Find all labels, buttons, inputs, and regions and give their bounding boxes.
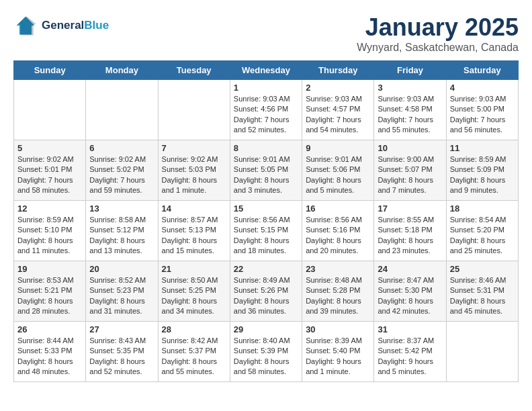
day-number: 10 <box>378 143 442 153</box>
day-cell: 26Sunrise: 8:44 AM Sunset: 5:33 PM Dayli… <box>14 322 86 382</box>
day-cell: 2Sunrise: 9:03 AM Sunset: 4:57 PM Daylig… <box>302 80 374 140</box>
day-number: 7 <box>162 143 226 153</box>
day-info: Sunrise: 9:03 AM Sunset: 4:56 PM Dayligh… <box>234 94 298 136</box>
day-cell: 13Sunrise: 8:58 AM Sunset: 5:12 PM Dayli… <box>86 201 158 261</box>
day-cell: 23Sunrise: 8:48 AM Sunset: 5:28 PM Dayli… <box>302 261 374 322</box>
day-info: Sunrise: 8:55 AM Sunset: 5:18 PM Dayligh… <box>378 215 442 257</box>
header-cell-wednesday: Wednesday <box>230 61 302 80</box>
day-info: Sunrise: 8:43 AM Sunset: 5:35 PM Dayligh… <box>89 336 154 377</box>
day-info: Sunrise: 8:44 AM Sunset: 5:33 PM Dayligh… <box>17 336 82 377</box>
day-cell <box>158 80 230 140</box>
day-number: 16 <box>306 203 370 214</box>
day-number: 25 <box>450 264 515 274</box>
day-info: Sunrise: 9:02 AM Sunset: 5:01 PM Dayligh… <box>17 154 82 196</box>
header-cell-saturday: Saturday <box>446 61 518 80</box>
day-number: 13 <box>89 203 154 214</box>
day-cell: 15Sunrise: 8:56 AM Sunset: 5:15 PM Dayli… <box>230 201 302 261</box>
day-info: Sunrise: 8:48 AM Sunset: 5:28 PM Dayligh… <box>306 275 370 317</box>
day-number: 24 <box>378 264 442 274</box>
day-info: Sunrise: 8:39 AM Sunset: 5:40 PM Dayligh… <box>306 336 370 377</box>
day-cell: 19Sunrise: 8:53 AM Sunset: 5:21 PM Dayli… <box>14 261 86 322</box>
header-cell-friday: Friday <box>374 61 446 80</box>
day-cell: 24Sunrise: 8:47 AM Sunset: 5:30 PM Dayli… <box>374 261 446 322</box>
day-number: 23 <box>306 264 370 274</box>
day-number: 31 <box>378 324 442 334</box>
day-info: Sunrise: 8:54 AM Sunset: 5:20 PM Dayligh… <box>450 215 515 257</box>
day-cell: 20Sunrise: 8:52 AM Sunset: 5:23 PM Dayli… <box>86 261 158 322</box>
day-info: Sunrise: 8:46 AM Sunset: 5:31 PM Dayligh… <box>450 275 515 317</box>
day-number: 21 <box>162 264 226 274</box>
day-cell: 18Sunrise: 8:54 AM Sunset: 5:20 PM Dayli… <box>446 201 518 261</box>
day-number: 30 <box>306 324 370 334</box>
header-cell-sunday: Sunday <box>14 61 86 80</box>
day-number: 17 <box>378 203 442 214</box>
header-cell-tuesday: Tuesday <box>158 61 230 80</box>
day-cell: 1Sunrise: 9:03 AM Sunset: 4:56 PM Daylig… <box>230 80 302 140</box>
week-row-4: 19Sunrise: 8:53 AM Sunset: 5:21 PM Dayli… <box>14 261 519 322</box>
day-cell: 11Sunrise: 8:59 AM Sunset: 5:09 PM Dayli… <box>446 140 518 201</box>
day-info: Sunrise: 9:01 AM Sunset: 5:06 PM Dayligh… <box>306 154 370 196</box>
day-cell: 3Sunrise: 9:03 AM Sunset: 4:58 PM Daylig… <box>374 80 446 140</box>
day-info: Sunrise: 9:03 AM Sunset: 4:57 PM Dayligh… <box>306 94 370 136</box>
day-number: 11 <box>450 143 515 153</box>
day-number: 27 <box>89 324 154 334</box>
day-cell: 4Sunrise: 9:03 AM Sunset: 5:00 PM Daylig… <box>446 80 518 140</box>
day-cell: 25Sunrise: 8:46 AM Sunset: 5:31 PM Dayli… <box>446 261 518 322</box>
day-number: 28 <box>162 324 226 334</box>
day-number: 6 <box>89 143 154 153</box>
logo: GeneralBlue <box>13 13 109 38</box>
day-number: 20 <box>89 264 154 274</box>
day-cell <box>86 80 158 140</box>
day-number: 2 <box>306 83 370 93</box>
day-cell: 17Sunrise: 8:55 AM Sunset: 5:18 PM Dayli… <box>374 201 446 261</box>
day-info: Sunrise: 9:02 AM Sunset: 5:02 PM Dayligh… <box>89 154 154 196</box>
day-number: 4 <box>450 83 515 93</box>
day-info: Sunrise: 9:03 AM Sunset: 4:58 PM Dayligh… <box>378 94 442 136</box>
day-number: 12 <box>17 203 82 214</box>
day-info: Sunrise: 9:01 AM Sunset: 5:05 PM Dayligh… <box>234 154 298 196</box>
page-header: GeneralBlue January 2025 Wynyard, Saskat… <box>13 13 519 54</box>
header-cell-thursday: Thursday <box>302 61 374 80</box>
day-cell: 16Sunrise: 8:56 AM Sunset: 5:16 PM Dayli… <box>302 201 374 261</box>
day-info: Sunrise: 8:47 AM Sunset: 5:30 PM Dayligh… <box>378 275 442 317</box>
day-cell <box>446 322 518 382</box>
day-cell: 7Sunrise: 9:02 AM Sunset: 5:03 PM Daylig… <box>158 140 230 201</box>
day-number: 8 <box>234 143 298 153</box>
logo-text: GeneralBlue <box>42 19 109 32</box>
day-number: 15 <box>234 203 298 214</box>
day-info: Sunrise: 8:59 AM Sunset: 5:10 PM Dayligh… <box>17 215 82 257</box>
day-number: 5 <box>17 143 82 153</box>
day-cell: 27Sunrise: 8:43 AM Sunset: 5:35 PM Dayli… <box>86 322 158 382</box>
calendar-table: SundayMondayTuesdayWednesdayThursdayFrid… <box>13 60 519 382</box>
day-info: Sunrise: 9:00 AM Sunset: 5:07 PM Dayligh… <box>378 154 442 196</box>
day-number: 22 <box>234 264 298 274</box>
day-number: 1 <box>234 83 298 93</box>
day-info: Sunrise: 8:56 AM Sunset: 5:15 PM Dayligh… <box>234 215 298 257</box>
logo-icon <box>13 13 38 38</box>
day-number: 29 <box>234 324 298 334</box>
day-cell <box>14 80 86 140</box>
day-cell: 14Sunrise: 8:57 AM Sunset: 5:13 PM Dayli… <box>158 201 230 261</box>
week-row-3: 12Sunrise: 8:59 AM Sunset: 5:10 PM Dayli… <box>14 201 519 261</box>
day-info: Sunrise: 9:03 AM Sunset: 5:00 PM Dayligh… <box>450 94 515 136</box>
day-cell: 10Sunrise: 9:00 AM Sunset: 5:07 PM Dayli… <box>374 140 446 201</box>
day-cell: 31Sunrise: 8:37 AM Sunset: 5:42 PM Dayli… <box>374 322 446 382</box>
day-cell: 5Sunrise: 9:02 AM Sunset: 5:01 PM Daylig… <box>14 140 86 201</box>
day-info: Sunrise: 8:50 AM Sunset: 5:25 PM Dayligh… <box>162 275 226 317</box>
day-cell: 21Sunrise: 8:50 AM Sunset: 5:25 PM Dayli… <box>158 261 230 322</box>
day-info: Sunrise: 8:59 AM Sunset: 5:09 PM Dayligh… <box>450 154 515 196</box>
day-cell: 8Sunrise: 9:01 AM Sunset: 5:05 PM Daylig… <box>230 140 302 201</box>
day-info: Sunrise: 8:53 AM Sunset: 5:21 PM Dayligh… <box>17 275 82 317</box>
day-cell: 9Sunrise: 9:01 AM Sunset: 5:06 PM Daylig… <box>302 140 374 201</box>
day-info: Sunrise: 8:40 AM Sunset: 5:39 PM Dayligh… <box>234 336 298 377</box>
day-info: Sunrise: 8:56 AM Sunset: 5:16 PM Dayligh… <box>306 215 370 257</box>
header-cell-monday: Monday <box>86 61 158 80</box>
week-row-5: 26Sunrise: 8:44 AM Sunset: 5:33 PM Dayli… <box>14 322 519 382</box>
day-info: Sunrise: 9:02 AM Sunset: 5:03 PM Dayligh… <box>162 154 226 196</box>
title-block: January 2025 Wynyard, Saskatchewan, Cana… <box>357 13 519 54</box>
header-row: SundayMondayTuesdayWednesdayThursdayFrid… <box>14 61 519 80</box>
day-number: 26 <box>17 324 82 334</box>
day-info: Sunrise: 8:58 AM Sunset: 5:12 PM Dayligh… <box>89 215 154 257</box>
day-cell: 12Sunrise: 8:59 AM Sunset: 5:10 PM Dayli… <box>14 201 86 261</box>
day-info: Sunrise: 8:42 AM Sunset: 5:37 PM Dayligh… <box>162 336 226 377</box>
